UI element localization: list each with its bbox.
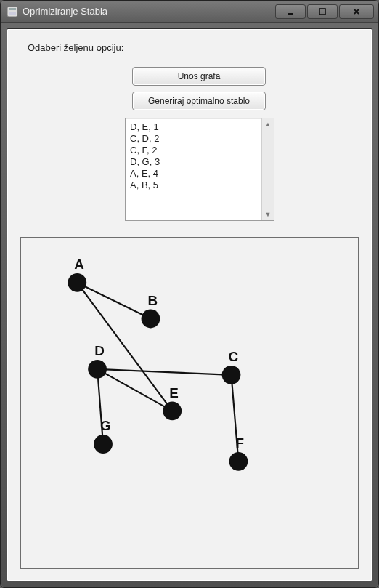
close-button[interactable]: [339, 4, 374, 19]
graph-node: [142, 310, 160, 329]
graph-node-label: G: [100, 418, 111, 433]
prompt-label: Odaberi željenu opciju:: [28, 42, 123, 53]
list-item[interactable]: D, E, 1: [130, 121, 269, 133]
window-title: Oprimiziranje Stabla: [23, 6, 275, 17]
graph-node: [222, 366, 241, 384]
listbox-scrollbar[interactable]: ▲ ▼: [261, 118, 274, 220]
graph-node-label: F: [235, 435, 244, 451]
input-graph-button[interactable]: Unos grafa: [132, 67, 266, 86]
edges-listbox[interactable]: D, E, 1C, D, 2C, F, 2D, G, 3A, E, 4A, B,…: [125, 118, 274, 221]
app-icon: [7, 6, 18, 17]
svg-rect-4: [319, 9, 325, 15]
list-item[interactable]: A, E, 4: [130, 168, 269, 180]
graph-node-label: A: [74, 257, 84, 272]
graph-canvas: ABCDEFG: [20, 237, 359, 569]
graph-node: [68, 273, 86, 292]
graph-node-label: E: [169, 385, 179, 400]
scroll-down-icon[interactable]: ▼: [263, 209, 274, 220]
graph-edge: [77, 283, 172, 411]
graph-node-label: B: [147, 293, 158, 308]
list-item[interactable]: A, B, 5: [130, 180, 269, 191]
graph-edge: [77, 283, 150, 319]
graph-node: [94, 435, 113, 454]
titlebar[interactable]: Oprimiziranje Stabla: [1, 1, 378, 23]
graph-edge: [97, 369, 231, 375]
app-window: Oprimiziranje Stabla Odaberi željenu opc…: [0, 0, 379, 588]
graph-edge: [97, 369, 172, 411]
graph-svg: ABCDEFG: [21, 238, 358, 568]
svg-rect-3: [288, 13, 293, 15]
window-controls: [275, 4, 374, 19]
client-area: Odaberi željenu opciju: Unos grafa Gener…: [7, 28, 372, 581]
edges-list-rows: D, E, 1C, D, 2C, F, 2D, G, 3A, E, 4A, B,…: [130, 121, 269, 191]
graph-node-label: C: [229, 349, 239, 364]
scroll-up-icon[interactable]: ▲: [263, 118, 274, 130]
graph-node: [229, 452, 248, 471]
graph-node-label: D: [94, 343, 105, 358]
graph-node: [163, 402, 182, 421]
maximize-button[interactable]: [307, 4, 338, 19]
list-item[interactable]: C, D, 2: [130, 133, 269, 145]
button-label: Generiraj optimalno stablo: [148, 96, 250, 106]
generate-tree-button[interactable]: Generiraj optimalno stablo: [132, 92, 266, 110]
svg-rect-1: [9, 8, 16, 10]
list-item[interactable]: C, F, 2: [130, 145, 269, 156]
list-item[interactable]: D, G, 3: [130, 156, 269, 168]
button-label: Unos grafa: [178, 71, 221, 81]
svg-rect-2: [9, 12, 16, 15]
graph-node: [88, 360, 107, 379]
minimize-button[interactable]: [275, 4, 306, 19]
